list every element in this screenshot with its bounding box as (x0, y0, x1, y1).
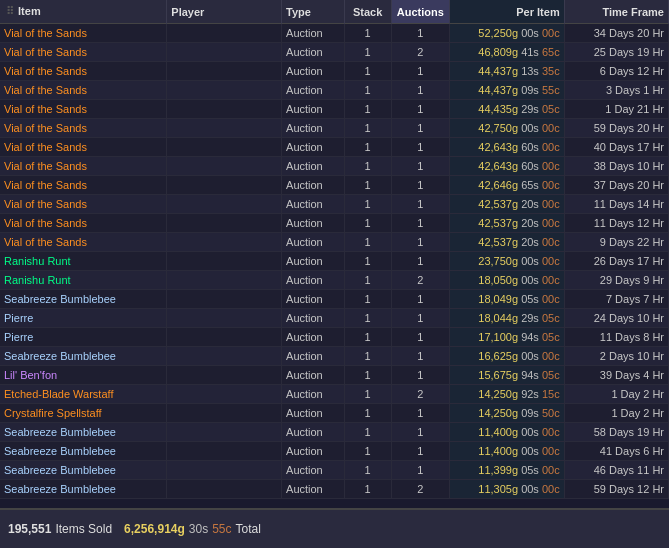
cell-peritem: 11,400g 00s 00c (449, 442, 564, 461)
cell-item: Vial of the Sands (0, 100, 167, 119)
cell-stack: 1 (344, 404, 391, 423)
table-row[interactable]: Lil' Ben'fon Auction 1 1 15,675g 94s 05c… (0, 366, 669, 385)
col-header-auctions[interactable]: Auctions (391, 0, 449, 24)
cell-type: Auction (282, 290, 345, 309)
cell-peritem: 16,625g 00s 00c (449, 347, 564, 366)
table-row[interactable]: Vial of the Sands Auction 1 1 44,435g 29… (0, 100, 669, 119)
cell-auctions: 1 (391, 404, 449, 423)
cell-player (167, 119, 282, 138)
table-row[interactable]: Crystalfire Spellstaff Auction 1 1 14,25… (0, 404, 669, 423)
cell-timeframe: 11 Days 12 Hr (564, 214, 668, 233)
table-row[interactable]: Vial of the Sands Auction 1 1 52,250g 00… (0, 24, 669, 43)
table-row[interactable]: Ranishu Runt Auction 1 2 18,050g 00s 00c… (0, 271, 669, 290)
cell-stack: 1 (344, 252, 391, 271)
cell-peritem: 18,044g 29s 05c (449, 309, 564, 328)
cell-auctions: 1 (391, 157, 449, 176)
table-row[interactable]: Vial of the Sands Auction 1 1 42,537g 20… (0, 214, 669, 233)
table-row[interactable]: Vial of the Sands Auction 1 1 42,537g 20… (0, 195, 669, 214)
cell-stack: 1 (344, 233, 391, 252)
cell-stack: 1 (344, 119, 391, 138)
cell-player (167, 461, 282, 480)
cell-type: Auction (282, 24, 345, 43)
table-row[interactable]: Vial of the Sands Auction 1 1 42,537g 20… (0, 233, 669, 252)
table-row[interactable]: Vial of the Sands Auction 1 1 44,437g 13… (0, 62, 669, 81)
auction-table-container[interactable]: ⠿ Item Player Type Stack Auctions Per It… (0, 0, 669, 508)
cell-peritem: 23,750g 00s 00c (449, 252, 564, 271)
cell-type: Auction (282, 157, 345, 176)
cell-auctions: 1 (391, 442, 449, 461)
table-row[interactable]: Seabreeze Bumblebee Auction 1 1 18,049g … (0, 290, 669, 309)
cell-peritem: 42,537g 20s 00c (449, 233, 564, 252)
table-row[interactable]: Seabreeze Bumblebee Auction 1 1 11,400g … (0, 442, 669, 461)
table-row[interactable]: Vial of the Sands Auction 1 1 42,750g 00… (0, 119, 669, 138)
cell-peritem: 42,643g 60s 00c (449, 157, 564, 176)
cell-timeframe: 26 Days 17 Hr (564, 252, 668, 271)
cell-player (167, 423, 282, 442)
table-row[interactable]: Vial of the Sands Auction 1 2 46,809g 41… (0, 43, 669, 62)
col-header-stack[interactable]: Stack (344, 0, 391, 24)
table-row[interactable]: Vial of the Sands Auction 1 1 42,643g 60… (0, 157, 669, 176)
table-row[interactable]: Seabreeze Bumblebee Auction 1 1 11,400g … (0, 423, 669, 442)
cell-timeframe: 58 Days 19 Hr (564, 423, 668, 442)
cell-auctions: 1 (391, 81, 449, 100)
cell-auctions: 1 (391, 176, 449, 195)
col-header-player[interactable]: Player (167, 0, 282, 24)
cell-timeframe: 40 Days 17 Hr (564, 138, 668, 157)
cell-auctions: 1 (391, 119, 449, 138)
cell-item: Vial of the Sands (0, 62, 167, 81)
cell-timeframe: 7 Days 7 Hr (564, 290, 668, 309)
cell-item: Vial of the Sands (0, 138, 167, 157)
col-header-type[interactable]: Type (282, 0, 345, 24)
cell-peritem: 15,675g 94s 05c (449, 366, 564, 385)
cell-auctions: 1 (391, 328, 449, 347)
table-row[interactable]: Vial of the Sands Auction 1 1 42,643g 60… (0, 138, 669, 157)
cell-type: Auction (282, 43, 345, 62)
cell-stack: 1 (344, 385, 391, 404)
footer: 195,551 Items Sold 6,256,914g 30s 55c To… (0, 508, 669, 548)
cell-timeframe: 59 Days 12 Hr (564, 480, 668, 499)
table-row[interactable]: Vial of the Sands Auction 1 1 44,437g 09… (0, 81, 669, 100)
cell-item: Pierre (0, 328, 167, 347)
cell-stack: 1 (344, 100, 391, 119)
cell-type: Auction (282, 404, 345, 423)
table-row[interactable]: Pierre Auction 1 1 18,044g 29s 05c 24 Da… (0, 309, 669, 328)
cell-item: Vial of the Sands (0, 176, 167, 195)
cell-type: Auction (282, 119, 345, 138)
cell-item: Vial of the Sands (0, 43, 167, 62)
cell-timeframe: 1 Day 21 Hr (564, 100, 668, 119)
cell-type: Auction (282, 271, 345, 290)
cell-player (167, 366, 282, 385)
table-body: Vial of the Sands Auction 1 1 52,250g 00… (0, 24, 669, 499)
table-row[interactable]: Seabreeze Bumblebee Auction 1 1 11,399g … (0, 461, 669, 480)
cell-player (167, 252, 282, 271)
table-header-row: ⠿ Item Player Type Stack Auctions Per It… (0, 0, 669, 24)
cell-auctions: 1 (391, 290, 449, 309)
cell-item: Ranishu Runt (0, 252, 167, 271)
cell-type: Auction (282, 423, 345, 442)
cell-type: Auction (282, 138, 345, 157)
table-row[interactable]: Seabreeze Bumblebee Auction 1 2 11,305g … (0, 480, 669, 499)
cell-item: Seabreeze Bumblebee (0, 442, 167, 461)
table-row[interactable]: Pierre Auction 1 1 17,100g 94s 05c 11 Da… (0, 328, 669, 347)
cell-type: Auction (282, 100, 345, 119)
table-row[interactable]: Seabreeze Bumblebee Auction 1 1 16,625g … (0, 347, 669, 366)
col-header-item[interactable]: ⠿ Item (0, 0, 167, 24)
cell-player (167, 81, 282, 100)
cell-stack: 1 (344, 214, 391, 233)
table-row[interactable]: Etched-Blade Warstaff Auction 1 2 14,250… (0, 385, 669, 404)
cell-type: Auction (282, 328, 345, 347)
col-header-peritem[interactable]: Per Item (449, 0, 564, 24)
drag-handle-item: ⠿ (6, 5, 11, 18)
table-row[interactable]: Ranishu Runt Auction 1 1 23,750g 00s 00c… (0, 252, 669, 271)
cell-peritem: 14,250g 92s 15c (449, 385, 564, 404)
auction-table: ⠿ Item Player Type Stack Auctions Per It… (0, 0, 669, 499)
cell-auctions: 1 (391, 461, 449, 480)
table-row[interactable]: Vial of the Sands Auction 1 1 42,646g 65… (0, 176, 669, 195)
cell-auctions: 1 (391, 347, 449, 366)
cell-peritem: 42,537g 20s 00c (449, 195, 564, 214)
cell-item: Vial of the Sands (0, 81, 167, 100)
cell-peritem: 11,399g 05s 00c (449, 461, 564, 480)
col-header-timeframe[interactable]: Time Frame (564, 0, 668, 24)
cell-peritem: 18,050g 00s 00c (449, 271, 564, 290)
cell-stack: 1 (344, 195, 391, 214)
